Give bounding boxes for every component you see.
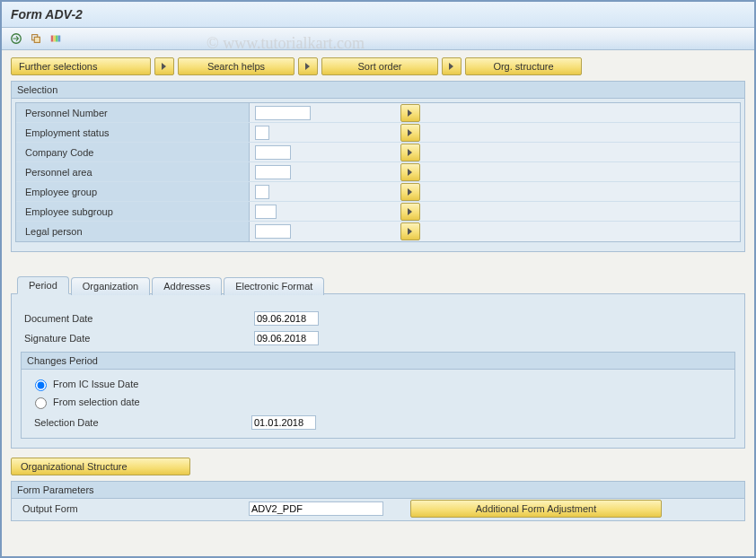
multi-select-icon[interactable]	[400, 203, 420, 221]
legal-person-label: Legal person	[16, 222, 250, 241]
selection-title: Selection	[12, 82, 744, 99]
app-toolbar	[2, 28, 754, 50]
company-code-label: Company Code	[16, 143, 250, 161]
svg-rect-6	[58, 36, 61, 42]
signature-date-input[interactable]	[254, 331, 319, 345]
employment-status-input[interactable]	[255, 126, 269, 140]
additional-form-adjustment-button[interactable]: Additional Form Adjustment	[410, 500, 662, 518]
sort-order-button[interactable]: Sort order	[321, 57, 438, 75]
signature-date-label: Signature Date	[21, 333, 254, 344]
changes-period-group: Changes Period From IC Issue Date From s…	[21, 352, 735, 439]
tab-strip: Period Organization Addresses Electronic…	[17, 276, 326, 294]
arrow-icon[interactable]	[298, 57, 318, 75]
selection-button-row: Further selections Search helps Sort ord…	[11, 57, 745, 75]
org-structure-button[interactable]: Org. structure	[465, 57, 582, 75]
organizational-structure-button[interactable]: Organizational Structure	[11, 458, 190, 475]
personnel-number-input[interactable]	[255, 106, 311, 120]
svg-rect-4	[53, 36, 56, 42]
selection-groupbox: Selection Personnel Number Employment st…	[11, 81, 745, 252]
company-code-input[interactable]	[255, 145, 291, 160]
tab-period[interactable]: Period	[17, 276, 69, 294]
color-palette-icon[interactable]	[48, 31, 63, 46]
arrow-icon[interactable]	[154, 57, 174, 75]
from-selection-label: From selection date	[53, 397, 140, 407]
multi-select-icon[interactable]	[400, 124, 420, 142]
svg-rect-3	[51, 36, 54, 42]
from-selection-radio[interactable]	[35, 397, 47, 409]
tab-panel: Period Organization Addresses Electronic…	[11, 293, 745, 449]
multi-select-icon[interactable]	[400, 222, 420, 240]
personnel-number-label: Personnel Number	[16, 103, 250, 122]
multi-select-icon[interactable]	[400, 104, 420, 122]
main-content: Further selections Search helps Sort ord…	[2, 50, 754, 537]
svg-rect-5	[56, 36, 58, 42]
multi-select-icon[interactable]	[400, 183, 420, 201]
further-selections-button[interactable]: Further selections	[11, 57, 151, 75]
arrow-icon[interactable]	[442, 57, 462, 75]
employment-status-label: Employment status	[16, 123, 250, 142]
page-title: Form ADV-2	[2, 2, 754, 28]
execute-icon[interactable]	[9, 31, 23, 46]
form-parameters-groupbox: Form Parameters Output Form Additional F…	[11, 481, 745, 521]
employee-subgroup-input[interactable]	[255, 205, 277, 219]
legal-person-input[interactable]	[255, 224, 291, 239]
changes-period-title: Changes Period	[22, 353, 734, 370]
employee-group-input[interactable]	[255, 185, 269, 199]
selection-date-input[interactable]	[251, 415, 316, 430]
tab-electronic-format[interactable]: Electronic Format	[224, 277, 324, 295]
from-ic-issue-radio[interactable]	[35, 379, 47, 391]
tab-organization[interactable]: Organization	[71, 277, 150, 295]
from-ic-issue-label: From IC Issue Date	[53, 379, 138, 389]
document-date-label: Document Date	[21, 313, 254, 324]
selection-date-label: Selection Date	[31, 417, 251, 428]
output-form-label: Output Form	[19, 503, 249, 514]
search-helps-button[interactable]: Search helps	[178, 57, 294, 75]
output-form-input[interactable]	[249, 501, 383, 516]
variant-icon[interactable]	[29, 31, 43, 46]
employee-group-label: Employee group	[16, 182, 250, 201]
personnel-area-input[interactable]	[255, 165, 291, 179]
svg-rect-2	[34, 37, 40, 42]
tab-addresses[interactable]: Addresses	[152, 277, 222, 295]
multi-select-icon[interactable]	[400, 163, 420, 181]
personnel-area-label: Personnel area	[16, 162, 250, 181]
form-parameters-title: Form Parameters	[12, 482, 744, 499]
document-date-input[interactable]	[254, 311, 319, 326]
multi-select-icon[interactable]	[400, 144, 420, 161]
employee-subgroup-label: Employee subgroup	[16, 202, 250, 221]
